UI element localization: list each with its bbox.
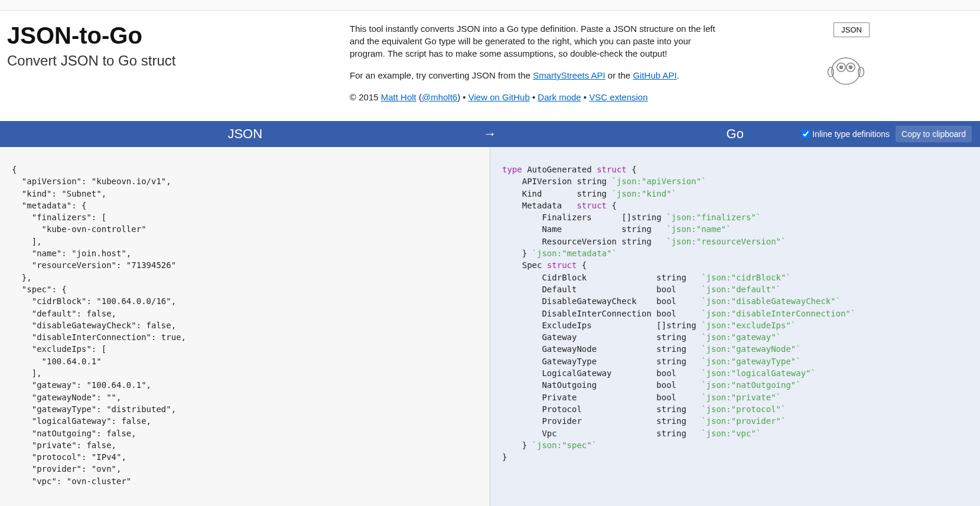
editor-panes: { "apiVersion": "kubeovn.io/v1", "kind":… (0, 147, 980, 506)
header-right: JSON (751, 22, 870, 113)
inline-types-label: Inline type definitions (812, 129, 890, 139)
description-paragraph-2: For an example, try converting JSON from… (350, 69, 716, 81)
browser-bookmark-strip (0, 0, 980, 11)
json-column-label: JSON (0, 126, 490, 142)
view-on-github-link[interactable]: View on GitHub (468, 92, 530, 102)
desc2-mid: or the (605, 70, 633, 80)
svg-point-0 (832, 58, 860, 84)
credit-pre: © 2015 (350, 92, 381, 102)
svg-point-4 (849, 66, 852, 69)
author-link[interactable]: Matt Holt (381, 92, 416, 102)
smartystreets-api-link[interactable]: SmartyStreets API (533, 70, 605, 80)
svg-point-3 (840, 66, 843, 69)
page-header: JSON-to-Go Convert JSON to Go struct Thi… (0, 11, 980, 121)
inline-types-checkbox[interactable] (802, 130, 810, 138)
github-api-link[interactable]: GitHub API (633, 70, 676, 80)
header-title-block: JSON-to-Go Convert JSON to Go struct (7, 22, 314, 113)
desc2-pre: For an example, try converting JSON from… (350, 70, 533, 80)
desc2-post: . (677, 70, 679, 80)
output-controls: Inline type definitions Copy to clipboar… (802, 126, 972, 142)
json-input-pane[interactable]: { "apiVersion": "kubeovn.io/v1", "kind":… (0, 147, 490, 506)
svg-point-5 (828, 67, 834, 77)
gopher-icon (822, 47, 870, 88)
description-paragraph-1: This tool instantly converts JSON into a… (350, 22, 716, 60)
copy-to-clipboard-button[interactable]: Copy to clipboard (896, 126, 972, 142)
credits-line: © 2015 Matt Holt (@mholt6) • View on Git… (350, 91, 716, 103)
go-output-pane[interactable]: type AutoGenerated struct { APIVersion s… (490, 147, 980, 506)
dark-mode-link[interactable]: Dark mode (538, 92, 581, 102)
paren-open: ( (416, 92, 422, 102)
inline-types-checkbox-wrap[interactable]: Inline type definitions (802, 129, 890, 139)
page-subtitle: Convert JSON to Go struct (7, 53, 314, 69)
twitter-handle-link[interactable]: @mholt6 (422, 92, 457, 102)
column-header-band: JSON → Go Inline type definitions Copy t… (0, 121, 980, 147)
page-title: JSON-to-Go (7, 22, 314, 49)
sep2: • (581, 92, 590, 102)
json-logo-button[interactable]: JSON (834, 22, 870, 37)
header-description: This tool instantly converts JSON into a… (350, 22, 716, 113)
sep1: • (530, 92, 538, 102)
paren-close: ) • (457, 92, 468, 102)
vsc-extension-link[interactable]: VSC extension (589, 92, 647, 102)
svg-point-6 (858, 67, 864, 77)
